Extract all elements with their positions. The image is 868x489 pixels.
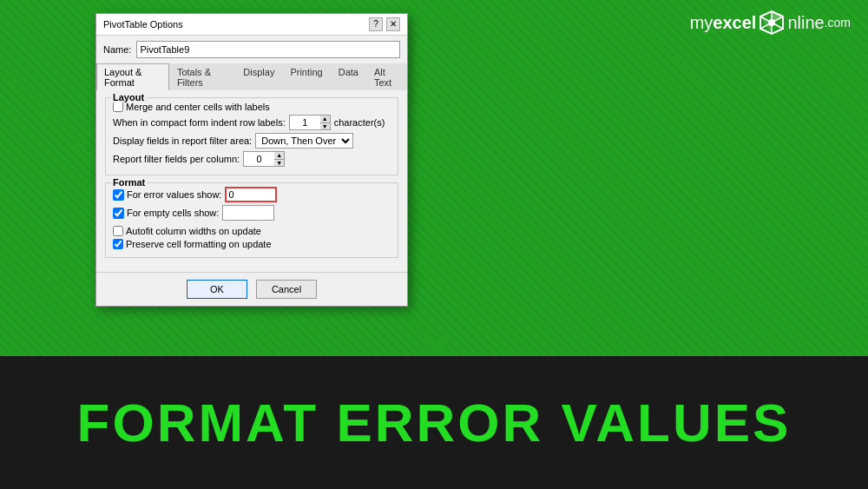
indent-spinner-wrapper: ▲ ▼: [289, 115, 331, 130]
tab-data[interactable]: Data: [331, 63, 366, 90]
tab-layout-format[interactable]: Layout & Format: [96, 63, 169, 90]
tab-alt-text[interactable]: Alt Text: [366, 63, 407, 90]
indent-spin-down[interactable]: ▼: [320, 123, 330, 130]
name-row: Name:: [96, 36, 407, 62]
logo-excel: excel: [713, 13, 756, 33]
dialog-titlebar: PivotTable Options ? ✕: [96, 14, 407, 36]
layout-section-label: Layout: [111, 92, 146, 102]
autofit-checkbox[interactable]: [113, 226, 123, 236]
display-fields-select[interactable]: Down, Then Over Over, Then Down: [255, 133, 353, 149]
dialog-footer: OK Cancel: [96, 272, 407, 306]
pivot-table-options-dialog: PivotTable Options ? ✕ Name: Layout & Fo…: [95, 13, 408, 307]
empty-cells-row: For empty cells show:: [113, 205, 391, 221]
preserve-row: Preserve cell formatting on update: [113, 239, 391, 249]
merge-cells-row: Merge and center cells with labels: [113, 102, 391, 112]
report-filter-spinner: ▲ ▼: [274, 151, 285, 167]
empty-cells-checkbox[interactable]: [113, 208, 124, 219]
merge-cells-checkbox[interactable]: [113, 102, 123, 112]
dialog-tabs: Layout & Format Totals & Filters Display…: [96, 62, 407, 90]
report-filter-spin-up[interactable]: ▲: [274, 152, 284, 160]
indent-input[interactable]: [289, 115, 320, 130]
bottom-title: FORMAT ERROR VALUES: [77, 392, 792, 453]
indent-suffix: character(s): [334, 117, 385, 128]
tab-totals-filters[interactable]: Totals & Filters: [169, 63, 235, 90]
empty-cells-input[interactable]: [222, 205, 274, 221]
divider-arrow: [418, 340, 450, 356]
report-filter-input[interactable]: [243, 151, 274, 167]
format-section: Format For error values show: For empty …: [105, 182, 398, 258]
logo-my: my: [690, 13, 713, 33]
dialog-body: Layout Merge and center cells with label…: [96, 90, 407, 272]
error-values-checkbox[interactable]: [113, 189, 124, 201]
empty-cells-label[interactable]: For empty cells show:: [113, 208, 219, 219]
name-label: Name:: [103, 44, 131, 55]
indent-row: When in compact form indent row labels: …: [113, 115, 391, 130]
report-filter-spin-down[interactable]: ▼: [274, 160, 284, 167]
titlebar-buttons: ? ✕: [369, 17, 400, 31]
error-values-row: For error values show:: [113, 187, 391, 202]
name-input[interactable]: [136, 41, 400, 58]
cancel-button[interactable]: Cancel: [256, 280, 317, 299]
error-values-input[interactable]: [225, 187, 277, 202]
display-fields-label: Display fields in report filter area:: [113, 135, 252, 146]
preserve-label[interactable]: Preserve cell formatting on update: [113, 239, 272, 249]
tab-display[interactable]: Display: [235, 63, 282, 90]
logo-icon: [758, 9, 786, 36]
tab-printing[interactable]: Printing: [282, 63, 330, 90]
report-filter-wrapper: ▲ ▼: [243, 151, 285, 167]
background-bottom: FORMAT ERROR VALUES: [0, 356, 868, 489]
preserve-checkbox[interactable]: [113, 239, 123, 249]
help-button[interactable]: ?: [369, 17, 383, 31]
display-fields-row: Display fields in report filter area: Do…: [113, 133, 391, 149]
dialog-title: PivotTable Options: [103, 19, 183, 30]
indent-spinner: ▲ ▼: [320, 115, 331, 130]
report-filter-row: Report filter fields per column: ▲ ▼: [113, 151, 391, 167]
indent-spin-up[interactable]: ▲: [320, 116, 330, 123]
logo-com: .com: [825, 16, 851, 30]
autofit-row: Autofit column widths on update: [113, 226, 391, 236]
ok-button[interactable]: OK: [187, 280, 247, 299]
logo: myexcel nline.com: [690, 9, 851, 36]
indent-label: When in compact form indent row labels:: [113, 117, 286, 128]
layout-section: Layout Merge and center cells with label…: [105, 97, 398, 175]
report-filter-label: Report filter fields per column:: [113, 154, 240, 164]
logo-nline: nline: [787, 13, 824, 33]
merge-cells-label[interactable]: Merge and center cells with labels: [113, 102, 270, 112]
autofit-label[interactable]: Autofit column widths on update: [113, 226, 261, 236]
error-values-label[interactable]: For error values show:: [113, 189, 221, 201]
close-button[interactable]: ✕: [386, 17, 400, 31]
format-section-label: Format: [111, 177, 147, 188]
